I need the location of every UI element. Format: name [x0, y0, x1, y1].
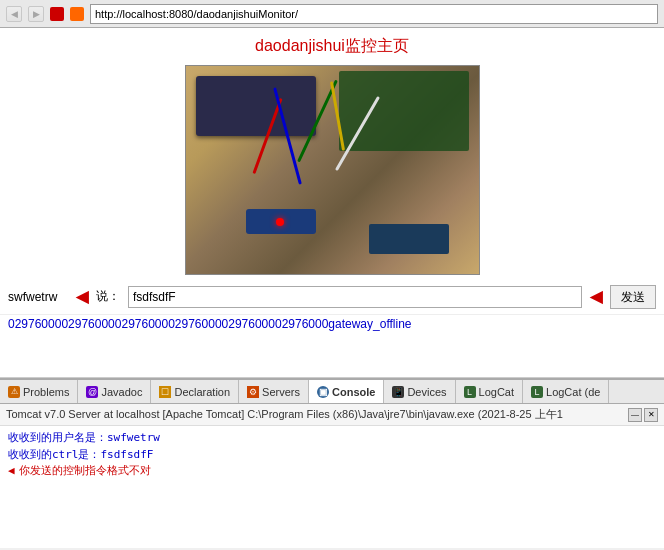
tabs-row: ⚠ Problems @ Javadoc ☐ Declaration ⚙ Ser… [0, 380, 664, 404]
declaration-icon: ☐ [159, 386, 171, 398]
username-label: swfwetrw [8, 290, 68, 304]
tab-devices-label: Devices [407, 386, 446, 398]
tab-servers[interactable]: ⚙ Servers [239, 380, 309, 403]
stop-button[interactable] [50, 7, 64, 21]
console-icon: ▣ [317, 386, 329, 398]
arrow-left-icon: ◀ [8, 463, 15, 480]
close-button[interactable]: ✕ [644, 408, 658, 422]
browser-content: daodanjishui监控主页 swfwetrw ◀ 说： ◀ 发送 0297… [0, 28, 664, 378]
tab-problems[interactable]: ⚠ Problems [0, 380, 78, 403]
logcat2-icon: L [531, 386, 543, 398]
back-button[interactable]: ◀ [6, 6, 22, 22]
javadoc-icon: @ [86, 386, 98, 398]
problems-icon: ⚠ [8, 386, 20, 398]
arrow-icon: ◀ [76, 287, 88, 306]
input-row: swfwetrw ◀ 说： ◀ 发送 [0, 279, 664, 315]
tab-servers-label: Servers [262, 386, 300, 398]
console-line-2: 收收到的ctrl是：fsdfsdfF [8, 447, 656, 464]
tab-logcat[interactable]: L LogCat [456, 380, 523, 403]
logcat-icon: L [464, 386, 476, 398]
device-image [185, 65, 480, 275]
console-line-3: ◀ 你发送的控制指令格式不对 [8, 463, 656, 480]
eclipse-panel: ⚠ Problems @ Javadoc ☐ Declaration ⚙ Ser… [0, 378, 664, 548]
status-text: 0297600002976000029760000297600002976000… [0, 315, 664, 335]
forward-button[interactable]: ▶ [28, 6, 44, 22]
page-title: daodanjishui监控主页 [0, 28, 664, 61]
devices-icon: 📱 [392, 386, 404, 398]
message-input[interactable] [128, 286, 582, 308]
console-line-1: 收收到的用户名是：swfwetrw [8, 430, 656, 447]
console-line-3-text: 你发送的控制指令格式不对 [19, 463, 151, 480]
console-title: Tomcat v7.0 Server at localhost [Apache … [6, 407, 563, 422]
tab-problems-label: Problems [23, 386, 69, 398]
tab-console[interactable]: ▣ Console [309, 380, 384, 404]
servers-icon: ⚙ [247, 386, 259, 398]
send-button[interactable]: 发送 [610, 285, 656, 309]
tab-logcat-label: LogCat [479, 386, 514, 398]
console-toolbar: Tomcat v7.0 Server at localhost [Apache … [0, 404, 664, 426]
favicon-icon [70, 7, 84, 21]
browser-toolbar: ◀ ▶ [0, 0, 664, 28]
led-indicator [276, 218, 284, 226]
console-output: 收收到的用户名是：swfwetrw 收收到的ctrl是：fsdfsdfF ◀ 你… [0, 426, 664, 548]
tab-devices[interactable]: 📱 Devices [384, 380, 455, 403]
arrow-icon-2: ◀ [590, 287, 602, 306]
address-bar[interactable] [90, 4, 658, 24]
device-image-container [0, 61, 664, 279]
minimize-button[interactable]: — [628, 408, 642, 422]
wire-red [252, 98, 282, 174]
wire-blue [273, 87, 302, 184]
tab-logcat2-label: LogCat (de [546, 386, 600, 398]
console-buttons: — ✕ [628, 408, 658, 422]
tab-javadoc[interactable]: @ Javadoc [78, 380, 151, 403]
pcb-board [339, 71, 469, 151]
tab-declaration[interactable]: ☐ Declaration [151, 380, 239, 403]
shuo-label: 说： [96, 288, 120, 305]
tab-console-label: Console [332, 386, 375, 398]
tab-logcat2[interactable]: L LogCat (de [523, 380, 609, 403]
tab-javadoc-label: Javadoc [101, 386, 142, 398]
tab-declaration-label: Declaration [174, 386, 230, 398]
